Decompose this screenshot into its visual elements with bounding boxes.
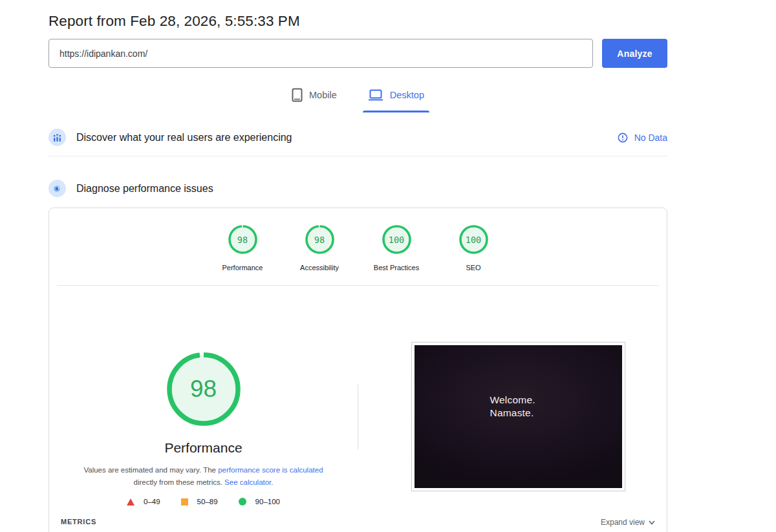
performance-score-label: Performance	[222, 264, 263, 271]
legend-pass: 90–100	[239, 498, 280, 505]
accessibility-score-gauge: 98	[305, 225, 334, 254]
metrics-section-header: METRICS Expand view	[49, 518, 667, 527]
performance-score-gauge: 98	[228, 225, 257, 254]
see-calculator-link[interactable]: See calculator.	[224, 478, 273, 486]
score-disclaimer: Values are estimated and may vary. The p…	[72, 464, 336, 489]
legend-average: 50–89	[181, 498, 218, 505]
fail-range-label: 0–49	[144, 498, 160, 505]
fail-triangle-icon	[127, 498, 135, 505]
performance-main-score: 98	[167, 352, 241, 426]
seo-score-gauge: 100	[459, 225, 488, 254]
real-users-icon	[48, 129, 66, 146]
category-scores-row: 98 Performance 98 Accessibility 100 Bes	[49, 225, 667, 271]
score-calculation-link[interactable]: performance score is calculated	[218, 466, 323, 474]
performance-main-gauge: 98	[167, 352, 241, 426]
page: Report from Feb 28, 2026, 5:55:33 PM Ana…	[48, 0, 667, 532]
diagnose-gauge-icon	[48, 180, 66, 197]
lab-data-title-group: Diagnose performance issues	[48, 180, 213, 197]
chevron-down-icon	[649, 520, 655, 525]
accessibility-score-value: 98	[305, 225, 334, 254]
field-data-title-group: Discover what your real users are experi…	[48, 129, 292, 146]
lab-data-section-title: Diagnose performance issues	[76, 183, 213, 195]
best-practices-score-gauge: 100	[382, 225, 411, 254]
tab-desktop-label: Desktop	[390, 90, 424, 100]
screenshot-image: Welcome. Namaste.	[415, 345, 622, 488]
expand-view-label: Expand view	[601, 518, 645, 527]
tab-mobile[interactable]: Mobile	[289, 84, 339, 109]
tab-mobile-label: Mobile	[309, 90, 337, 100]
disclaimer-text-1: Values are estimated and may vary. The	[83, 466, 218, 474]
field-data-section-header: Discover what your real users are experi…	[48, 129, 667, 146]
screenshot-text: Welcome. Namaste.	[415, 345, 622, 420]
page-title: Report from Feb 28, 2026, 5:55:33 PM	[48, 0, 667, 30]
field-data-section-title: Discover what your real users are experi…	[76, 132, 292, 144]
laptop-icon	[368, 89, 383, 101]
average-square-icon	[181, 498, 188, 505]
best-practices-score-value: 100	[382, 225, 411, 254]
seo-score-label: SEO	[466, 264, 480, 271]
average-range-label: 50–89	[197, 498, 218, 505]
performance-summary-column: 98 Performance Values are estimated and …	[49, 286, 358, 505]
device-tabs: Mobile Desktop	[48, 84, 667, 109]
screenshot-line2: Namaste.	[490, 407, 547, 420]
info-icon	[618, 133, 628, 143]
no-data-status[interactable]: No Data	[618, 133, 667, 143]
score-best-practices[interactable]: 100 Best Practices	[358, 225, 435, 271]
section-divider	[48, 156, 667, 156]
score-performance[interactable]: 98 Performance	[204, 225, 281, 271]
url-input[interactable]	[48, 39, 593, 68]
pass-range-label: 90–100	[255, 498, 280, 505]
best-practices-score-label: Best Practices	[374, 264, 419, 271]
smartphone-icon	[292, 88, 303, 102]
seo-score-value: 100	[459, 225, 488, 254]
tab-desktop[interactable]: Desktop	[365, 84, 427, 109]
lab-data-section-header: Diagnose performance issues	[48, 180, 667, 197]
active-tab-indicator	[363, 111, 429, 112]
performance-score-value: 98	[228, 225, 257, 254]
final-screenshot-thumbnail[interactable]: Welcome. Namaste.	[411, 342, 625, 491]
lighthouse-report-card: 98 Performance 98 Accessibility 100 Bes	[48, 207, 667, 532]
metrics-heading: METRICS	[61, 518, 96, 526]
disclaimer-text-2: directly from these metrics.	[133, 478, 224, 486]
performance-main-label: Performance	[164, 440, 242, 456]
score-accessibility[interactable]: 98 Accessibility	[281, 225, 358, 271]
screenshot-column: Welcome. Namaste.	[358, 286, 667, 505]
accessibility-score-label: Accessibility	[300, 264, 339, 271]
screenshot-line1: Welcome.	[490, 394, 547, 407]
no-data-label: No Data	[634, 133, 667, 143]
url-bar: Analyze	[48, 39, 667, 68]
pass-circle-icon	[239, 498, 246, 505]
score-scale-legend: 0–49 50–89 90–100	[127, 498, 280, 505]
performance-detail-row: 98 Performance Values are estimated and …	[49, 286, 667, 505]
expand-view-toggle[interactable]: Expand view	[601, 518, 655, 527]
analyze-button[interactable]: Analyze	[602, 39, 667, 68]
legend-fail: 0–49	[127, 498, 160, 505]
score-seo[interactable]: 100 SEO	[435, 225, 512, 271]
